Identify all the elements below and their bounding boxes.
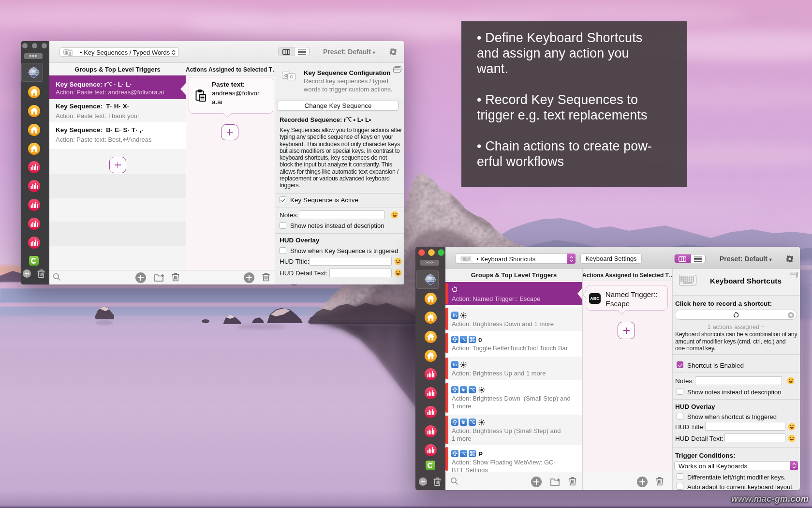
- svg-text:G: G: [284, 73, 288, 78]
- svg-text:G: G: [69, 52, 71, 55]
- svg-text:G: G: [290, 75, 293, 79]
- svg-text:G: G: [65, 51, 67, 54]
